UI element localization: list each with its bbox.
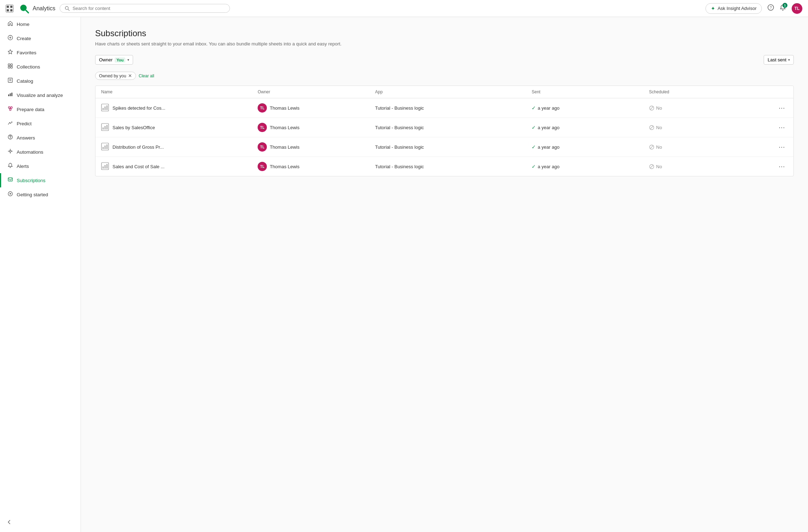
row-scheduled-cell: No [649, 105, 766, 111]
sidebar-item-visualize[interactable]: Visualize and analyze [0, 88, 81, 102]
row-more-button[interactable]: ⋯ [776, 161, 788, 172]
star-icon [7, 49, 13, 56]
sidebar-item-collections[interactable]: Collections [0, 60, 81, 74]
svg-rect-38 [103, 108, 104, 110]
sidebar-bottom [0, 512, 81, 532]
clear-all-button[interactable]: Clear all [139, 73, 154, 78]
grid-menu-icon[interactable] [6, 5, 13, 12]
col-sent: Sent [532, 89, 649, 94]
insight-advisor-button[interactable]: ✦ Ask Insight Advisor [705, 3, 762, 14]
app-layout: HomeCreateFavoritesCollectionsCatalogVis… [0, 17, 808, 532]
svg-rect-40 [106, 105, 108, 110]
table-row: Sales and Cost of Sale ... TL Thomas Lew… [95, 157, 793, 176]
owner-avatar: TL [258, 162, 267, 171]
svg-marker-14 [8, 50, 12, 54]
last-sent-sort-button[interactable]: Last sent ▾ [764, 55, 794, 65]
sidebar-item-label: Visualize and analyze [17, 93, 63, 98]
row-sent-time: a year ago [538, 144, 559, 150]
row-owner-cell: TL Thomas Lewis [258, 123, 375, 132]
notifications-button[interactable]: 1 [780, 4, 786, 12]
col-actions [766, 89, 788, 94]
app-logo: Analytics [18, 2, 55, 15]
col-scheduled: Scheduled [649, 89, 766, 94]
chart-icon [101, 143, 110, 151]
row-more-button[interactable]: ⋯ [776, 122, 788, 133]
user-avatar[interactable]: TL [792, 3, 802, 14]
col-name: Name [101, 89, 258, 94]
page-description: Have charts or sheets sent straight to y… [95, 41, 794, 46]
help-button[interactable]: ? [768, 4, 774, 12]
sidebar-collapse-button[interactable] [0, 516, 81, 528]
visualize-icon [7, 92, 13, 99]
svg-rect-24 [11, 93, 12, 96]
sidebar-item-prepare[interactable]: Prepare data [0, 102, 81, 116]
filter-tag-close-icon[interactable]: ✕ [128, 73, 132, 78]
row-name: Sales and Cost of Sale ... [112, 164, 165, 169]
sidebar-item-predict[interactable]: Predict [0, 116, 81, 131]
svg-line-8 [68, 9, 70, 10]
owner-filter-button[interactable]: Owner You ▾ [95, 55, 133, 65]
sidebar-item-label: Getting started [17, 192, 48, 197]
svg-line-48 [650, 126, 653, 129]
row-actions-cell: ⋯ [766, 103, 788, 113]
sidebar-item-favorites[interactable]: Favorites [0, 45, 81, 60]
row-owner-cell: TL Thomas Lewis [258, 162, 375, 171]
sent-check-icon: ✓ [532, 125, 536, 130]
row-sent-time: a year ago [538, 105, 559, 111]
sidebar-item-home[interactable]: Home [0, 17, 81, 31]
sidebar-item-label: Home [17, 22, 29, 27]
row-app-cell: Tutorial - Business logic [375, 164, 532, 169]
svg-line-42 [650, 106, 653, 110]
row-more-button[interactable]: ⋯ [776, 142, 788, 152]
row-scheduled: No [656, 164, 662, 169]
sidebar-item-label: Collections [17, 64, 40, 70]
svg-rect-52 [106, 144, 108, 149]
sidebar-item-alerts[interactable]: Alerts [0, 159, 81, 173]
sidebar-item-subscriptions[interactable]: Subscriptions [0, 173, 81, 187]
owner-avatar: TL [258, 123, 267, 132]
sent-check-icon: ✓ [532, 144, 536, 150]
answers-icon [7, 134, 13, 141]
chart-icon [101, 104, 110, 112]
svg-rect-44 [103, 127, 104, 130]
owner-avatar: TL [258, 142, 267, 152]
topnav: Analytics ✦ Ask Insight Advisor ? 1 TL [0, 0, 808, 17]
last-sent-label: Last sent [768, 57, 786, 62]
svg-rect-56 [103, 166, 104, 169]
no-schedule-icon [649, 144, 654, 150]
search-input[interactable] [72, 6, 225, 11]
row-app-cell: Tutorial - Business logic [375, 144, 532, 150]
alerts-icon [7, 163, 13, 170]
owner-avatar: TL [258, 103, 267, 113]
sidebar-item-automations[interactable]: Automations [0, 145, 81, 159]
sidebar-item-answers[interactable]: Answers [0, 131, 81, 145]
owned-by-you-filter-tag[interactable]: Owned by you ✕ [95, 72, 136, 80]
svg-rect-15 [8, 64, 10, 66]
svg-point-27 [10, 109, 11, 111]
chart-icon [101, 162, 110, 171]
svg-line-60 [650, 165, 653, 168]
plus-icon [7, 35, 13, 42]
getting-started-icon [7, 191, 13, 198]
sidebar-item-create[interactable]: Create [0, 31, 81, 45]
col-owner: Owner [258, 89, 375, 94]
sidebar-item-label: Predict [17, 121, 32, 126]
sidebar-item-label: Catalog [17, 78, 33, 84]
row-name-cell: Distribution of Gross Pr... [101, 143, 258, 151]
prepare-icon [7, 106, 13, 113]
sidebar-item-getting-started[interactable]: Getting started [0, 187, 81, 202]
svg-rect-22 [8, 94, 9, 96]
row-app: Tutorial - Business logic [375, 125, 424, 130]
owner-name: Thomas Lewis [270, 164, 299, 169]
notification-badge: 1 [782, 3, 787, 8]
row-actions-cell: ⋯ [766, 142, 788, 152]
col-app: App [375, 89, 532, 94]
row-more-button[interactable]: ⋯ [776, 103, 788, 113]
row-owner-cell: TL Thomas Lewis [258, 142, 375, 152]
sidebar-item-catalog[interactable]: Catalog [0, 74, 81, 88]
main-content: Subscriptions Have charts or sheets sent… [81, 17, 808, 532]
svg-rect-45 [105, 126, 106, 130]
owner-filter-badge: You [115, 57, 125, 62]
filter-left: Owner You ▾ [95, 55, 133, 65]
search-bar[interactable] [60, 4, 230, 13]
